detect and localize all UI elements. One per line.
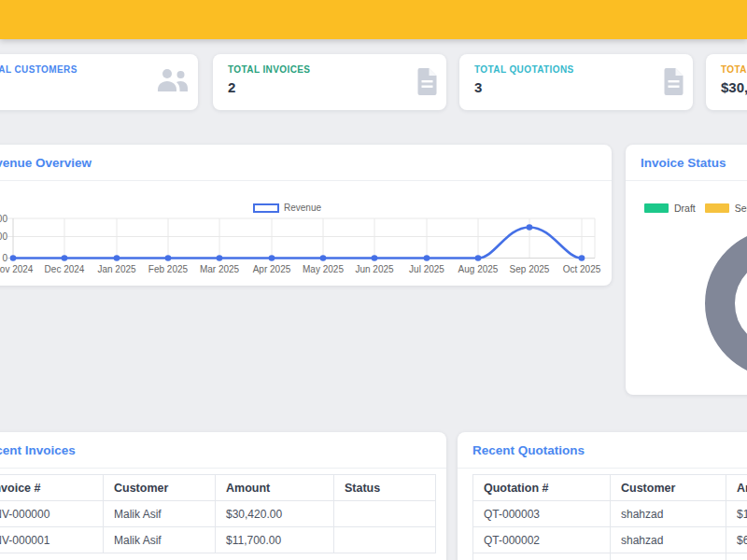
invoice-status-legend: Draft Sent: [644, 203, 747, 214]
customer-name: Malik Asif: [104, 501, 216, 527]
svg-text:Jan 2025: Jan 2025: [97, 264, 136, 274]
col-header-amount: Amount: [216, 475, 334, 501]
col-header-customer: Customer: [104, 475, 216, 501]
table-header-row: Invoice # Customer Amount Status: [0, 475, 436, 501]
amount: $1,1: [726, 501, 747, 527]
invoice-status-title: Invoice Status: [641, 156, 726, 170]
svg-text:Jun 2025: Jun 2025: [355, 264, 394, 274]
revenue-line-series: [13, 228, 582, 259]
amount: $30,420.00: [216, 501, 334, 527]
svg-text:Jul 2025: Jul 2025: [409, 264, 444, 274]
card-header: Invoice Status: [626, 145, 747, 181]
svg-text:Nov 2024: Nov 2024: [0, 264, 34, 274]
amount: $6,0: [726, 527, 747, 553]
table-row: QT-000001 Malik Asif $11,: [473, 553, 747, 560]
stat-value: 3: [474, 79, 482, 95]
customer-name: shahzad: [611, 527, 726, 553]
status: [334, 527, 436, 553]
svg-text:Aug 2025: Aug 2025: [458, 264, 499, 274]
stat-value: 2: [228, 79, 235, 95]
invoice-status-card: Invoice Status Draft Sent: [626, 145, 747, 395]
draft-swatch: [644, 203, 669, 213]
y-tick: 40,000: [0, 214, 7, 224]
recent-invoices-title: Recent Invoices: [0, 443, 76, 457]
stat-label: TOTAL INVOICES: [228, 64, 310, 75]
invoice-number: INV-000001: [0, 527, 104, 553]
stat-card-quotations: TOTAL QUOTATIONS 3: [459, 54, 693, 110]
customer-name: shahzad: [611, 501, 726, 527]
revenue-line-points: [10, 224, 585, 261]
file-invoice-icon: [416, 67, 439, 99]
top-navbar: [0, 0, 747, 39]
card-header: Recent Quotations: [458, 432, 747, 469]
status: [334, 501, 436, 527]
recent-quotations-table: Quotation # Customer Amount QT-000003 sh…: [472, 474, 747, 560]
svg-text:Apr 2025: Apr 2025: [253, 264, 291, 274]
svg-text:Mar 2025: Mar 2025: [200, 264, 240, 274]
legend-label: Draft: [674, 203, 696, 214]
svg-text:May 2025: May 2025: [303, 264, 344, 274]
revenue-line-chart: 40,000 20,000 0 Nov 2024 Dec 2024: [0, 178, 612, 286]
stat-card-invoices: TOTAL INVOICES 2: [213, 54, 446, 110]
col-header-customer: Customer: [611, 475, 726, 501]
col-header-invoice: Invoice #: [0, 475, 104, 501]
invoice-number: INV-000000: [0, 501, 104, 527]
quotation-number: QT-000001: [473, 553, 611, 560]
amount: $11,700.00: [216, 527, 334, 553]
table-row: QT-000003 shahzad $1,1: [473, 501, 747, 527]
col-header-quotation: Quotation #: [473, 475, 611, 501]
customer-name: Malik Asif: [611, 553, 726, 560]
card-header: Recent Invoices: [0, 432, 446, 469]
table-header-row: Quotation # Customer Amount: [473, 475, 747, 501]
svg-text:Feb 2025: Feb 2025: [148, 264, 189, 274]
stat-label: TOTAL QUOTATIONS: [474, 64, 574, 75]
users-icon: [155, 67, 190, 96]
stat-label: TOTAL REVENUE: [721, 64, 747, 75]
svg-text:Sep 2025: Sep 2025: [510, 264, 550, 274]
col-header-amount: Amount: [726, 475, 747, 501]
table-row: QT-000002 shahzad $6,0: [473, 527, 747, 553]
legend-item-draft[interactable]: Draft: [644, 203, 696, 214]
revenue-overview-card: Revenue Overview Revenue: [0, 145, 612, 286]
y-tick: 20,000: [0, 231, 7, 242]
revenue-overview-title: Revenue Overview: [0, 156, 92, 170]
recent-quotations-card: Recent Quotations Quotation # Customer A…: [458, 432, 747, 560]
stat-label: TOTAL CUSTOMERS: [0, 64, 78, 75]
col-header-status: Status: [334, 475, 436, 501]
quotation-number: QT-000002: [473, 527, 611, 553]
table-row: INV-000000 Malik Asif $30,420.00: [0, 501, 436, 527]
table-row: INV-000001 Malik Asif $11,700.00: [0, 527, 436, 553]
recent-invoices-card: Recent Invoices Invoice # Customer Amoun…: [0, 432, 446, 560]
svg-text:Dec 2024: Dec 2024: [45, 264, 85, 274]
stat-card-revenue: TOTAL REVENUE $30,420.00: [706, 54, 747, 110]
svg-text:Oct 2025: Oct 2025: [563, 264, 601, 274]
y-tick: 0: [2, 253, 7, 263]
legend-item-sent[interactable]: Sent: [705, 203, 747, 214]
invoice-status-doughnut-chart: [705, 229, 747, 378]
legend-label: Sent: [735, 203, 747, 214]
recent-quotations-title: Recent Quotations: [472, 443, 585, 457]
sent-swatch: [705, 203, 729, 213]
recent-invoices-table: Invoice # Customer Amount Status INV-000…: [0, 474, 436, 553]
dashboard-page: TOTAL CUSTOMERS TOTAL INVOICES 2 TOTAL Q…: [0, 0, 747, 560]
amount: $11,: [726, 553, 747, 560]
stat-value: $30,420.00: [721, 79, 747, 95]
card-header: Revenue Overview: [0, 145, 612, 181]
stat-card-customers: TOTAL CUSTOMERS: [0, 54, 198, 110]
customer-name: Malik Asif: [104, 527, 216, 553]
quotation-number: QT-000003: [473, 501, 611, 527]
x-ticks: Nov 2024 Dec 2024 Jan 2025 Feb 2025 Mar …: [0, 264, 601, 274]
file-quotation-icon: [662, 67, 685, 99]
